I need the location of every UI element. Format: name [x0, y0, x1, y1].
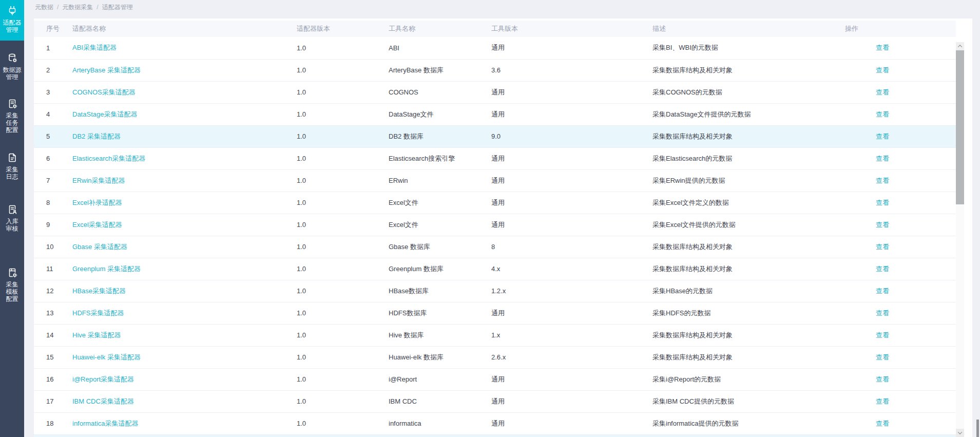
description-cell: 采集IBM CDC提供的元数据 — [652, 390, 845, 412]
view-action-link[interactable]: 查看 — [876, 110, 889, 118]
breadcrumb-item-metadata[interactable]: 元数据 — [35, 3, 53, 12]
adapter-name-link[interactable]: DB2 采集适配器 — [72, 132, 121, 140]
view-action-link[interactable]: 查看 — [876, 353, 889, 361]
table-row: 4 DataStage采集适配器 1.0 DataStage文件 通用 采集Da… — [34, 103, 956, 125]
view-action-link[interactable]: 查看 — [876, 199, 889, 206]
sidebar-item-datasource-management[interactable]: 数据源 管理 — [0, 48, 24, 85]
breadcrumb: 元数据 / 元数据采集 / 适配器管理 — [24, 0, 980, 14]
adapter-name-link[interactable]: HDFS采集适配器 — [72, 309, 124, 317]
sidebar-item-label: 适配器 管理 — [3, 19, 22, 33]
tool-name-cell: IBM CDC — [389, 390, 491, 412]
row-index-cell: 9 — [34, 214, 72, 236]
adapter-name-link[interactable]: Excel补录适配器 — [72, 199, 122, 206]
view-action-link[interactable]: 查看 — [876, 287, 889, 295]
tool-name-cell: DB2 数据库 — [389, 125, 491, 147]
table-row: 14 Hive 采集适配器 1.0 Hive 数据库 1.x 采集数据库结构及相… — [34, 324, 956, 346]
adapter-version-cell: 1.0 — [297, 81, 389, 103]
tool-version-cell: 通用 — [491, 368, 652, 390]
adapter-name-link[interactable]: Greenplum 采集适配器 — [72, 265, 141, 273]
view-action-link[interactable]: 查看 — [876, 132, 889, 140]
sidebar-item-label: 入库 审核 — [6, 218, 18, 232]
adapter-version-cell: 1.0 — [297, 280, 389, 302]
page-scrollbar[interactable] — [975, 0, 980, 437]
tool-name-cell: ArteryBase 数据库 — [389, 59, 491, 81]
row-index-cell: 6 — [34, 147, 72, 169]
adapter-version-cell: 1.0 — [297, 214, 389, 236]
adapter-name-link[interactable]: informatica采集适配器 — [72, 420, 139, 427]
adapter-name-link[interactable]: ABI采集适配器 — [72, 44, 117, 51]
description-cell: 采集数据库结构及相关对象 — [652, 258, 845, 280]
adapter-name-link[interactable]: Excel采集适配器 — [72, 221, 122, 229]
view-action-link[interactable]: 查看 — [876, 155, 889, 162]
view-action-link[interactable]: 查看 — [876, 420, 889, 427]
row-index-cell: 15 — [34, 346, 72, 368]
sidebar-item-warehouse-audit[interactable]: 入库 审核 — [0, 200, 24, 236]
row-index-cell: 1 — [34, 37, 72, 59]
table-row: 5 DB2 采集适配器 1.0 DB2 数据库 9.0 采集数据库结构及相关对象… — [34, 125, 956, 147]
description-cell: 采集HBase的元数据 — [652, 280, 845, 302]
adapter-name-link[interactable]: Elasticsearch采集适配器 — [72, 155, 145, 162]
view-action-link[interactable]: 查看 — [876, 331, 889, 339]
view-action-link[interactable]: 查看 — [876, 177, 889, 184]
tool-name-cell: ERwin — [389, 169, 491, 192]
view-action-link[interactable]: 查看 — [876, 309, 889, 317]
description-cell: 采集DataStage文件提供的元数据 — [652, 103, 845, 125]
view-action-link[interactable]: 查看 — [876, 243, 889, 251]
sidebar-item-collect-template-config[interactable]: 采集 模板 配置 — [0, 263, 24, 307]
adapter-name-link[interactable]: ArteryBase 采集适配器 — [72, 66, 141, 74]
tool-name-cell: DataStage文件 — [389, 103, 491, 125]
scroll-up-button[interactable] — [956, 42, 964, 50]
tool-name-cell: Huawei-elk 数据库 — [389, 346, 491, 368]
table-row: 17 IBM CDC采集适配器 1.0 IBM CDC 通用 采集IBM CDC… — [34, 390, 956, 412]
tool-name-cell: Excel文件 — [389, 192, 491, 214]
view-action-link[interactable]: 查看 — [876, 66, 889, 74]
description-cell: 采集COGNOS的元数据 — [652, 81, 845, 103]
scroll-down-button[interactable] — [956, 429, 964, 437]
tool-version-cell: 4.x — [491, 258, 652, 280]
adapter-name-link[interactable]: COGNOS采集适配器 — [72, 88, 136, 96]
table-scrollbar[interactable] — [956, 42, 964, 437]
sidebar-item-label: 采集 模板 配置 — [6, 281, 18, 302]
description-cell: 采集数据库结构及相关对象 — [652, 324, 845, 346]
column-header-adapter-name: 适配器名称 — [72, 21, 297, 37]
row-index-cell: 11 — [34, 258, 72, 280]
sidebar-item-collect-log[interactable]: 采集 日志 — [0, 148, 24, 184]
tool-version-cell: 1.x — [491, 324, 652, 346]
view-action-link[interactable]: 查看 — [876, 44, 889, 51]
database-gear-icon — [7, 52, 18, 64]
adapter-name-link[interactable]: IBM CDC采集适配器 — [72, 397, 134, 405]
page-scrollbar-thumb[interactable] — [976, 420, 979, 437]
sidebar-item-adapter-management[interactable]: 适配器 管理 — [0, 0, 24, 41]
row-index-cell: 7 — [34, 169, 72, 192]
view-action-link[interactable]: 查看 — [876, 88, 889, 96]
sidebar: 适配器 管理 数据源 管理 采集 任务 配置 — [0, 0, 24, 437]
row-index-cell: 17 — [34, 390, 72, 412]
tool-version-cell: 通用 — [491, 214, 652, 236]
adapter-name-link[interactable]: i@Report采集适配器 — [72, 375, 134, 383]
scrollbar-thumb[interactable] — [956, 50, 964, 204]
tool-version-cell: 9.0 — [491, 125, 652, 147]
tool-name-cell: COGNOS — [389, 81, 491, 103]
view-action-link[interactable]: 查看 — [876, 397, 889, 405]
view-action-link[interactable]: 查看 — [876, 221, 889, 229]
adapter-name-link[interactable]: HBase采集适配器 — [72, 287, 126, 295]
sidebar-item-label: 数据源 管理 — [3, 66, 22, 81]
adapter-name-link[interactable]: DataStage采集适配器 — [72, 110, 137, 118]
view-action-link[interactable]: 查看 — [876, 375, 889, 383]
row-index-cell: 5 — [34, 125, 72, 147]
adapter-version-cell: 1.0 — [297, 103, 389, 125]
adapter-version-cell: 1.0 — [297, 346, 389, 368]
adapter-name-link[interactable]: Gbase 采集适配器 — [72, 243, 127, 251]
view-action-link[interactable]: 查看 — [876, 265, 889, 273]
breadcrumb-separator: / — [57, 4, 59, 11]
sidebar-item-collect-task-config[interactable]: 采集 任务 配置 — [0, 94, 24, 138]
tool-version-cell: 1.2.x — [491, 280, 652, 302]
adapter-name-link[interactable]: ERwin采集适配器 — [72, 177, 125, 184]
document-template-gear-icon — [7, 267, 18, 278]
adapter-version-cell: 1.0 — [297, 37, 389, 59]
adapter-name-link[interactable]: Hive 采集适配器 — [72, 331, 121, 339]
breadcrumb-item-metadata-collect[interactable]: 元数据采集 — [62, 3, 93, 12]
adapter-name-link[interactable]: Huawei-elk 采集适配器 — [72, 353, 141, 361]
description-cell: 采集HDFS的元数据 — [652, 302, 845, 324]
document-user-icon — [7, 204, 18, 215]
